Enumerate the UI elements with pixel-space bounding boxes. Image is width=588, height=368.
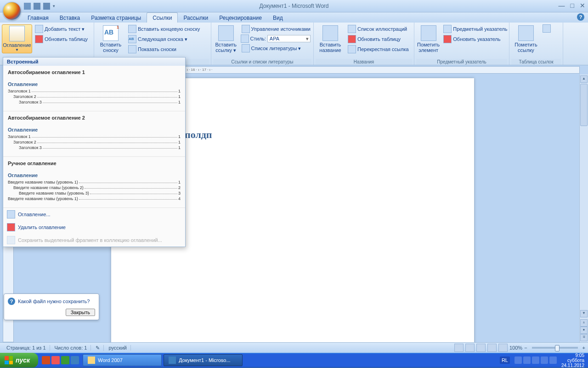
language-indicator[interactable]: RL	[500, 356, 510, 364]
prev-page-icon[interactable]: ±	[580, 319, 588, 327]
style-value[interactable]: APA	[267, 35, 311, 42]
ql-icon-4[interactable]	[71, 356, 79, 364]
toc-template-auto1[interactable]: Автособираемое оглавление 1 Оглавление З…	[3, 66, 185, 111]
tab-mailings[interactable]: Рассылки	[178, 13, 214, 23]
close-button[interactable]: ✕	[580, 2, 585, 9]
tray-icon[interactable]	[549, 356, 557, 364]
redo-icon[interactable]	[43, 3, 50, 10]
document-heading[interactable]: длоплополдп	[153, 129, 433, 141]
word-count[interactable]: Число слов: 1	[51, 345, 91, 351]
bibliography-button[interactable]: Список литературы ▾	[241, 44, 311, 53]
toc-preview-heading: Оглавление	[8, 81, 181, 87]
save-toc-command: Сохранить выделенный фрагмент в коллекци…	[3, 234, 185, 247]
cross-ref-label: Перекрестная ссылка	[357, 46, 409, 52]
tray-icon[interactable]	[514, 356, 522, 364]
tray-icon[interactable]	[523, 356, 531, 364]
next-footnote-button[interactable]: ABСледующая сноска ▾	[127, 34, 201, 44]
help-bubble-icon: ?	[8, 298, 15, 305]
proofing-icon[interactable]: ✎	[92, 345, 104, 351]
table-of-figures-button[interactable]: Список иллюстраций	[347, 24, 410, 34]
tab-insert[interactable]: Вставка	[54, 13, 86, 23]
full-screen-view-icon[interactable]	[465, 344, 475, 352]
clock[interactable]: 9:05 суббота 24.11.2012	[561, 353, 584, 368]
insert-index-button[interactable]: Предметный указатель	[442, 24, 508, 34]
remove-toc-command[interactable]: Удалить оглавление	[3, 221, 185, 234]
toc-template-auto2[interactable]: Автособираемое оглавление 2 Оглавление З…	[3, 111, 185, 157]
update-toc-button[interactable]: Обновить таблицу	[34, 34, 89, 44]
browse-object-icon[interactable]: ●	[580, 327, 588, 334]
ql-icon-2[interactable]	[51, 356, 60, 364]
zoom-out-icon[interactable]: −	[524, 345, 527, 351]
start-button[interactable]: пуск	[0, 353, 38, 368]
taskbar-item-word[interactable]: Документ1 - Microso...	[164, 354, 243, 366]
undo-icon[interactable]	[34, 3, 40, 10]
tab-review[interactable]: Рецензирование	[214, 13, 267, 23]
toa-icon[interactable]	[543, 24, 551, 33]
toc-template-title: Автособираемое оглавление 1	[8, 69, 181, 75]
zoom-slider[interactable]	[532, 347, 578, 349]
tray-icon[interactable]	[541, 356, 548, 364]
tab-layout[interactable]: Разметка страницы	[85, 13, 147, 23]
insert-index-label: Предметный указатель	[453, 26, 507, 32]
insert-footnote-button[interactable]: 1AB Вставить сноску	[96, 24, 125, 54]
tab-references[interactable]: Ссылки	[147, 12, 178, 23]
language-status[interactable]: русский	[105, 345, 130, 351]
ql-icon-1[interactable]	[42, 356, 50, 364]
toc-button-label: Оглавление	[3, 42, 31, 48]
insert-caption-button[interactable]: Вставить название	[316, 24, 345, 54]
toc-button[interactable]: Оглавление ▼	[2, 24, 32, 53]
cross-reference-button[interactable]: Перекрестная ссылка	[347, 45, 410, 54]
show-footnotes-button[interactable]: Показать сноски	[127, 45, 201, 54]
print-layout-view-icon[interactable]	[454, 344, 464, 352]
draft-view-icon[interactable]	[498, 344, 508, 352]
insert-index-icon	[443, 25, 452, 33]
group-index-label: Предметный указатель	[416, 59, 507, 65]
system-tray: RL 9:05 суббота 24.11.2012	[500, 353, 588, 368]
insert-toc-command[interactable]: Оглавление...	[3, 208, 185, 221]
bibliography-label: Список литературы ▾	[251, 46, 301, 52]
zoom-level[interactable]: 100%	[509, 345, 522, 351]
next-footnote-label: Следующая сноска ▾	[138, 36, 187, 42]
windows-logo-icon	[5, 356, 13, 364]
qat-more-icon[interactable]: ▾	[53, 4, 55, 8]
maximize-button[interactable]: □	[571, 2, 574, 9]
toc-template-manual[interactable]: Ручное оглавление Оглавление Введите наз…	[3, 157, 185, 208]
help-icon[interactable]: ?	[577, 13, 584, 21]
tab-view[interactable]: Вид	[267, 13, 288, 23]
tab-home[interactable]: Главная	[22, 13, 54, 23]
insert-endnote-button[interactable]: Вставить концевую сноску	[127, 24, 201, 34]
page-status[interactable]: Страница: 1 из 1	[3, 345, 50, 351]
toc-preview-heading: Оглавление	[8, 172, 181, 178]
ribbon-tabs: Главная Вставка Разметка страницы Ссылки…	[0, 12, 588, 23]
web-layout-view-icon[interactable]	[476, 344, 486, 352]
manage-sources-button[interactable]: Управление источниками	[241, 24, 311, 34]
next-footnote-icon: AB	[128, 35, 136, 43]
next-page-icon[interactable]: ∓	[580, 334, 588, 341]
insert-citation-button[interactable]: Вставить ссылку ▾	[213, 24, 239, 54]
taskbar: пуск Word 2007 Документ1 - Microso... RL…	[0, 353, 588, 368]
save-prompt-text: Какой файл нужно сохранить?	[18, 299, 90, 304]
update-index-button[interactable]: Обновить указатель	[442, 34, 508, 44]
tray-icon[interactable]	[532, 356, 539, 364]
scroll-down-icon[interactable]: ▼	[580, 310, 588, 317]
outline-view-icon[interactable]	[487, 344, 497, 352]
taskbar-item-folder[interactable]: Word 2007	[83, 354, 162, 366]
figures-list-label: Список иллюстраций	[357, 26, 407, 32]
zoom-in-icon[interactable]: +	[582, 345, 585, 351]
group-citations-label: Ссылки и списки литературы	[213, 59, 311, 65]
office-button[interactable]	[3, 2, 21, 20]
scroll-up-icon[interactable]: ▲	[580, 75, 588, 83]
update-figures-button[interactable]: Обновить таблицу	[347, 34, 410, 44]
close-bubble-button[interactable]: Закрыть	[66, 309, 95, 316]
ql-icon-3[interactable]	[61, 356, 69, 364]
save-icon[interactable]	[24, 3, 31, 10]
citation-style-dropdown[interactable]: Стиль:APA	[241, 34, 311, 43]
task2-label: Документ1 - Microso...	[179, 357, 230, 363]
add-text-button[interactable]: Добавить текст ▾	[34, 24, 89, 34]
mark-index-entry-button[interactable]: Пометить элемент	[416, 24, 441, 54]
folder-icon	[88, 356, 95, 364]
mark-citation-button[interactable]: Пометить ссылку	[511, 24, 541, 54]
vertical-scrollbar[interactable]: ▲ ▼ ± ● ∓	[579, 75, 588, 342]
minimize-button[interactable]: —	[559, 2, 565, 9]
scroll-thumb[interactable]	[580, 84, 588, 126]
